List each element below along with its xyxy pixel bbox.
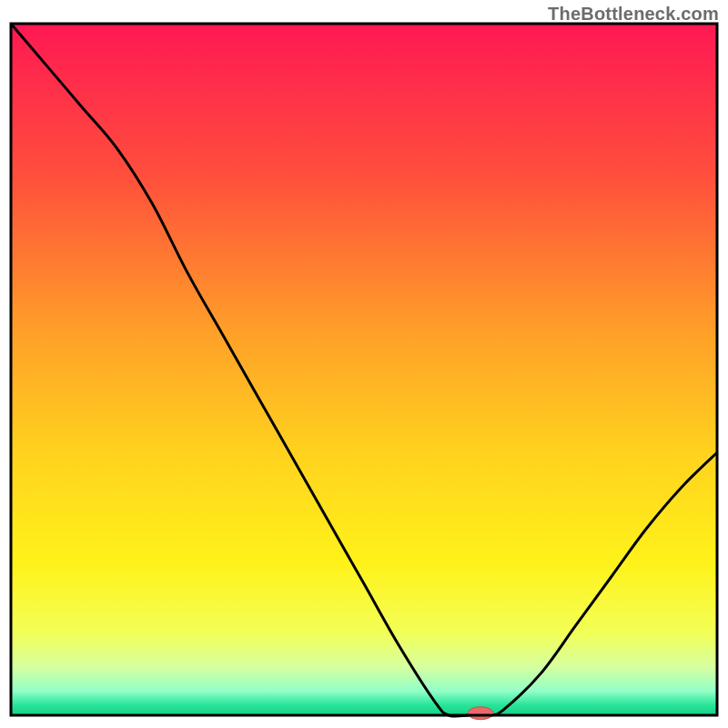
gradient-background <box>11 24 717 715</box>
bottleneck-chart <box>0 0 728 728</box>
optimal-point-marker <box>468 707 493 720</box>
